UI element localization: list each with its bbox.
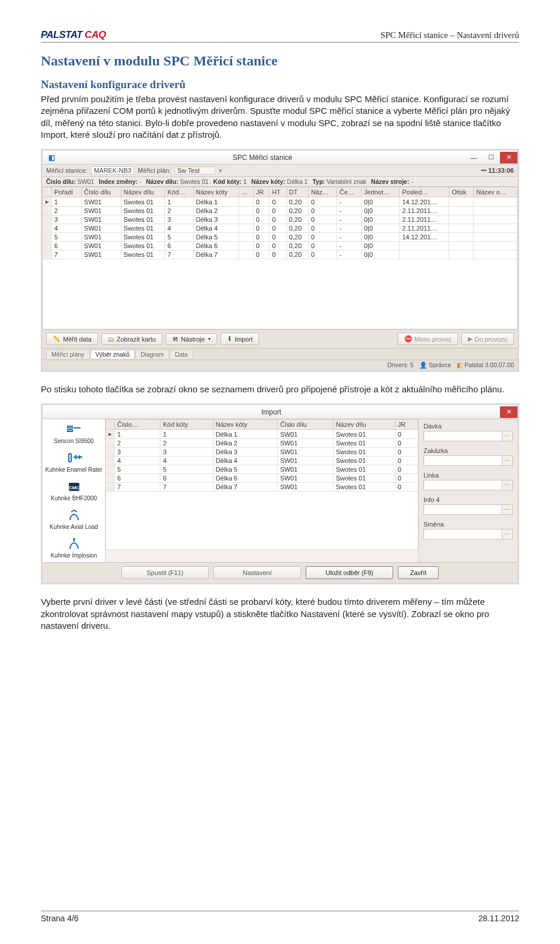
grid-col-header[interactable] [106, 420, 115, 430]
main-grid[interactable]: PořadíČíslo díluNázev díluKód…Název kóty… [43, 187, 517, 259]
grid-cell: Swotes 01 [121, 197, 164, 207]
grid-col-header[interactable]: DT [286, 187, 309, 197]
grid-col-header[interactable]: Název kóty [213, 420, 277, 430]
nastaveni-button[interactable]: Nastavení [214, 566, 301, 579]
maximize-button[interactable]: ☐ [482, 152, 500, 163]
grid-col-header[interactable] [43, 187, 52, 197]
table-row[interactable]: 6SW01Swotes 016Délka 6000,200-0|0 [43, 242, 517, 250]
driver-item[interactable]: Sencon SI9500 [43, 419, 105, 448]
grid-col-header[interactable]: Název dílu [333, 420, 395, 430]
grid-cell: Swotes 01 [121, 242, 164, 250]
grid-col-header[interactable]: Če… [337, 187, 361, 197]
svg-text:CMC: CMC [68, 485, 79, 490]
merit-data-button[interactable]: 📏Měřit data [46, 333, 98, 345]
tab-merici-plany[interactable]: Měřicí plány [46, 350, 90, 358]
table-row[interactable]: ▸1SW01Swotes 011Délka 1000,200-0|014.12.… [43, 197, 517, 207]
grid-col-header[interactable]: Název o… [474, 187, 517, 197]
grid-cell: 0|0 [361, 224, 399, 233]
grid-col-header[interactable]: JR [395, 420, 418, 430]
grid-cell [449, 224, 474, 233]
driver-list[interactable]: Sencon SI9500Kuhnke Enamel RaterCMCKuhnk… [43, 419, 106, 562]
field-input[interactable]: ⋯ [424, 455, 513, 466]
grid-cell: Délka 5 [213, 465, 277, 474]
grid-cell: - [337, 233, 361, 242]
grid-cell: 7 [115, 483, 160, 492]
table-row[interactable]: 4SW01Swotes 014Délka 4000,200-0|02.11.20… [43, 224, 517, 233]
browse-icon[interactable]: ⋯ [502, 530, 512, 539]
driver-item[interactable]: CMCKuhnke BHF2000 [43, 476, 105, 505]
grid-cell: 0 [270, 207, 286, 215]
close-button[interactable]: ✕ [500, 152, 517, 163]
driver-item[interactable]: Kuhnke Implosion [43, 534, 105, 562]
import-close-button[interactable]: ✕ [500, 406, 517, 418]
grid-col-header[interactable]: Pořadí [52, 187, 82, 197]
grid-cell: 0 [253, 233, 270, 242]
grid-col-header[interactable]: Jednot… [361, 187, 399, 197]
grid-col-header[interactable]: Číslo dílu [278, 420, 334, 430]
tab-data[interactable]: Data [170, 350, 193, 358]
table-row[interactable]: 7SW01Swotes 017Délka 7000,200-0|0 [43, 250, 517, 259]
ulozit-odber-button[interactable]: Uložit odběr (F9) [306, 566, 393, 579]
table-row[interactable]: 2SW01Swotes 012Délka 2000,200-0|02.11.20… [43, 207, 517, 215]
nastroje-button[interactable]: 🛠Nástroje▾ [166, 333, 217, 345]
grid-col-header[interactable]: Kód… [165, 187, 194, 197]
browse-icon[interactable]: ⋯ [502, 456, 512, 465]
browse-icon[interactable]: ⋯ [502, 505, 512, 514]
grid-cell: 0 [253, 207, 270, 215]
grid-col-header[interactable]: Číslo… [115, 420, 160, 430]
import-icon: ⬇ [227, 335, 232, 343]
table-row[interactable]: ▸11Délka 1SW01Swotes 010 [106, 430, 418, 439]
grid-col-header[interactable]: Číslo dílu [82, 187, 121, 197]
import-button[interactable]: ⬇Import [220, 333, 259, 345]
grid-cell [239, 224, 254, 233]
do-provozu-button[interactable]: ▶Do provozu [461, 333, 514, 345]
table-row[interactable]: 66Délka 6SW01Swotes 010 [106, 474, 418, 483]
grid-col-header[interactable]: Název dílu [121, 187, 164, 197]
zavrit-button[interactable]: Zavřít [398, 566, 439, 579]
table-row[interactable]: 22Délka 2SW01Swotes 010 [106, 439, 418, 448]
grid-col-header[interactable]: Otisk [449, 187, 474, 197]
driver-item[interactable]: Kuhnke Enamel Rater [43, 448, 105, 476]
grid-cell [474, 207, 517, 215]
browse-icon[interactable]: ⋯ [502, 431, 512, 441]
field-input[interactable]: ⋯ [424, 504, 513, 515]
grid-col-header[interactable]: Kód kóty [160, 420, 213, 430]
grid-cell: Délka 1 [193, 197, 239, 207]
table-row[interactable]: 44Délka 4SW01Swotes 010 [106, 457, 418, 465]
grid-cell: - [337, 215, 361, 224]
spustit-button[interactable]: Spustit (F11) [121, 566, 209, 579]
tab-diagram[interactable]: Diagram [135, 350, 169, 358]
grid-col-header[interactable]: Název kóty [193, 187, 239, 197]
grid-col-header[interactable]: Náz… [309, 187, 337, 197]
driver-item[interactable]: Kuhnke Axial Load [43, 505, 105, 534]
grid-cell: Délka 6 [213, 474, 277, 483]
zobrazit-kartu-button[interactable]: 🗂Zobrazit kartu [102, 333, 162, 345]
grid-cell [400, 242, 449, 250]
minimize-button[interactable]: — [465, 152, 482, 163]
field-input[interactable]: ⋯ [424, 529, 513, 539]
grid-cell: 0 [309, 242, 337, 250]
table-row[interactable]: 33Délka 3SW01Swotes 010 [106, 448, 418, 457]
grid-cell: ▸ [43, 197, 52, 207]
table-row[interactable]: 5SW01Swotes 015Délka 5000,200-0|014.12.2… [43, 233, 517, 242]
import-grid[interactable]: Číslo…Kód kótyNázev kótyČíslo díluNázev … [106, 419, 418, 492]
grid-col-header[interactable]: HT [270, 187, 286, 197]
browse-icon[interactable]: ⋯ [502, 480, 512, 490]
grid-cell: Délka 7 [213, 483, 277, 492]
tab-vyber-znaku[interactable]: Výběr znaků [90, 350, 135, 358]
grid-cell [239, 233, 254, 242]
grid-cell: 2.11.2011… [400, 207, 449, 215]
grid-cell: Swotes 01 [121, 224, 164, 233]
grid-cell: Swotes 01 [121, 250, 164, 259]
table-row[interactable]: 3SW01Swotes 013Délka 3000,200-0|02.11.20… [43, 215, 517, 224]
mimo-provoz-button[interactable]: ⛔Mimo provoz [398, 333, 458, 345]
logo-text-2: CAQ [85, 29, 106, 41]
table-row[interactable]: 55Délka 5SW01Swotes 010 [106, 465, 418, 474]
grid-cell: Swotes 01 [333, 439, 395, 448]
grid-col-header[interactable]: Posled… [400, 187, 449, 197]
field-input[interactable]: ⋯ [424, 431, 513, 441]
table-row[interactable]: 77Délka 7SW01Swotes 010 [106, 483, 418, 492]
field-input[interactable]: ⋯ [424, 480, 513, 490]
grid-col-header[interactable]: … [239, 187, 254, 197]
grid-col-header[interactable]: JR [253, 187, 270, 197]
